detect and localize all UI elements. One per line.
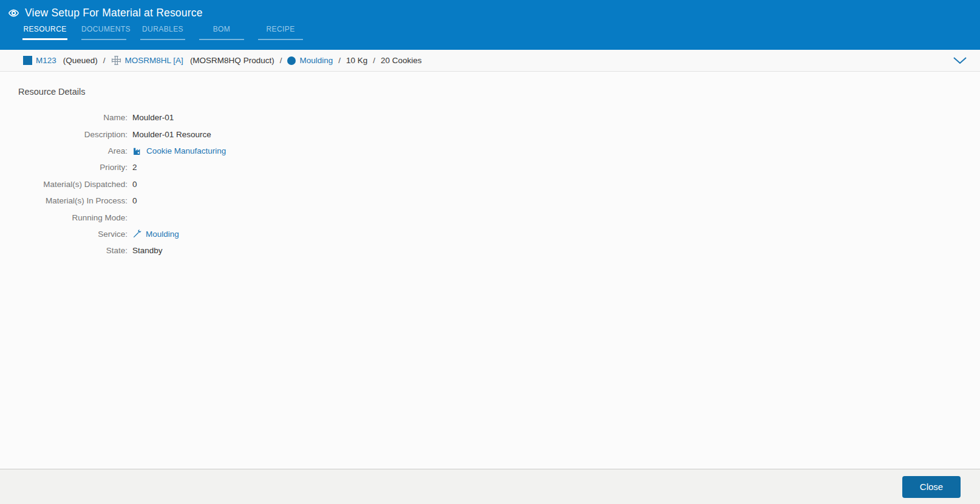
tab-recipe[interactable]: RECIPE — [258, 25, 303, 40]
title-row: View Setup For Material at Resource — [0, 0, 980, 19]
field-label: Description: — [18, 130, 128, 139]
field-label: Running Mode: — [18, 213, 128, 222]
field-label: Service: — [18, 230, 128, 239]
breadcrumb: M123 (Queued) / MOSRM8HL [A] (MOSRM8HQ P… — [0, 50, 980, 72]
tab-durables[interactable]: DURABLES — [140, 25, 185, 40]
area-link[interactable]: Cookie Manufacturing — [146, 146, 226, 155]
breadcrumb-flow: MOSRM8HL [A] (MOSRM8HQ Product) — [111, 55, 274, 66]
flow-junction-icon — [111, 55, 121, 66]
material-square-icon — [23, 56, 32, 65]
breadcrumb-material: M123 (Queued) — [23, 56, 98, 65]
field-label: Area: — [18, 146, 128, 155]
dialog-footer: Close — [0, 469, 980, 504]
service-link[interactable]: Moulding — [146, 230, 179, 239]
view-setup-dialog: View Setup For Material at Resource RESO… — [0, 0, 980, 504]
field-service: Service: Moulding — [18, 226, 980, 242]
field-value: Moulder-01 Resource — [132, 130, 211, 139]
field-running-mode: Running Mode: — [18, 209, 980, 225]
step-link[interactable]: Moulding — [299, 56, 333, 65]
breadcrumb-separator: / — [373, 56, 375, 65]
dialog-header: View Setup For Material at Resource RESO… — [0, 0, 980, 50]
material-state: (Queued) — [63, 56, 98, 65]
field-materials-dispatched: Material(s) Dispatched: 0 — [18, 176, 980, 192]
field-label: State: — [18, 246, 128, 255]
tab-resource[interactable]: RESOURCE — [22, 25, 67, 40]
field-label: Material(s) In Process: — [18, 196, 128, 205]
field-area: Area: Cookie Manufacturing — [18, 143, 980, 159]
main-content: Resource Details Name: Moulder-01 Descri… — [0, 72, 980, 469]
tab-bar: RESOURCE DOCUMENTS DURABLES BOM RECIPE — [0, 25, 980, 40]
page-title: View Setup For Material at Resource — [25, 7, 203, 19]
flow-link[interactable]: MOSRM8HL [A] — [125, 56, 183, 65]
step-circle-icon — [287, 56, 296, 65]
field-value: 0 — [132, 196, 137, 205]
factory-icon — [132, 146, 143, 156]
field-label: Name: — [18, 113, 128, 122]
field-label: Priority: — [18, 163, 128, 172]
field-value: 2 — [132, 163, 137, 172]
material-link[interactable]: M123 — [36, 56, 56, 65]
field-name: Name: Moulder-01 — [18, 109, 980, 126]
field-value: 0 — [132, 180, 137, 189]
field-description: Description: Moulder-01 Resource — [18, 126, 980, 142]
tab-documents[interactable]: DOCUMENTS — [81, 25, 126, 40]
eye-icon — [8, 7, 19, 19]
service-wrench-icon — [132, 229, 142, 239]
secondary-quantity: 20 Cookies — [381, 56, 422, 65]
primary-quantity: 10 Kg — [346, 56, 367, 65]
chevron-down-icon[interactable] — [951, 55, 969, 67]
field-materials-in-process: Material(s) In Process: 0 — [18, 192, 980, 209]
breadcrumb-separator: / — [280, 56, 282, 65]
breadcrumb-separator: / — [103, 56, 106, 65]
flow-product: (MOSRM8HQ Product) — [190, 56, 274, 65]
field-label: Material(s) Dispatched: — [18, 180, 128, 189]
field-value: Moulder-01 — [132, 113, 174, 122]
field-state: State: Standby — [18, 242, 980, 259]
breadcrumb-separator: / — [338, 56, 341, 65]
section-title: Resource Details — [18, 87, 980, 97]
close-button[interactable]: Close — [902, 476, 961, 498]
tab-bom[interactable]: BOM — [199, 25, 244, 40]
field-value: Standby — [132, 246, 163, 255]
field-priority: Priority: 2 — [18, 159, 980, 175]
breadcrumb-step: Moulding — [287, 56, 333, 65]
